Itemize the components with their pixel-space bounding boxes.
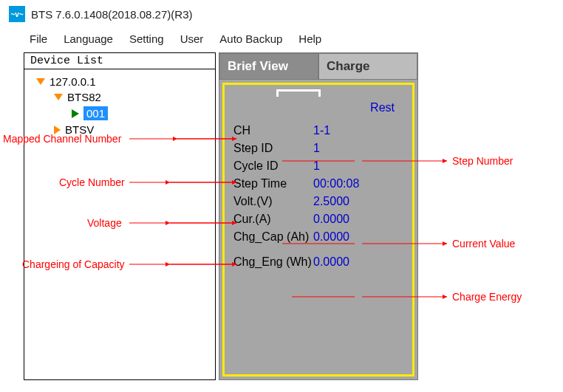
label-voltage: Volt.(V) xyxy=(233,195,313,208)
expand-icon xyxy=(54,94,63,100)
value-ch: 1-1 xyxy=(313,124,330,137)
expand-icon xyxy=(36,78,45,85)
row-step-time: Step Time 00:00:08 xyxy=(229,175,408,193)
menu-auto-backup[interactable]: Auto Backup xyxy=(219,32,282,45)
menu-file[interactable]: File xyxy=(30,32,47,45)
row-step-id: Step ID 1 xyxy=(229,140,408,157)
label-step-time: Step Time xyxy=(233,177,313,190)
value-cycle-id: 1 xyxy=(313,159,320,173)
play-icon xyxy=(72,109,79,118)
detail-panel: Brief View Charge Rest CH 1-1 Step ID 1 … xyxy=(219,52,418,380)
tab-charge[interactable]: Charge xyxy=(318,53,417,80)
value-step-time: 00:00:08 xyxy=(313,177,359,190)
label-current: Cur.(A) xyxy=(233,213,313,226)
value-voltage: 2.5000 xyxy=(313,195,349,208)
value-chg-eng: 0.0000 xyxy=(313,255,349,269)
tree-node-channel[interactable]: 001 xyxy=(27,105,212,122)
collapse-icon xyxy=(54,125,61,134)
tree-label: BTS82 xyxy=(67,91,101,103)
status-text: Rest xyxy=(229,98,408,122)
tree-label: BTSV xyxy=(65,123,94,136)
row-ch: CH 1-1 xyxy=(229,122,408,140)
device-tree-header: Device List xyxy=(24,53,215,69)
label-chg-cap: Chg_Cap (Ah) xyxy=(233,230,313,244)
tree-label-selected: 001 xyxy=(83,106,108,120)
menu-setting[interactable]: Setting xyxy=(129,32,164,45)
menu-bar: File Language Setting User Auto Backup H… xyxy=(0,28,563,52)
device-tree-panel: Device List 127.0.0.1 BTS82 001 BTSV xyxy=(24,52,216,380)
label-cycle-id: Cycle ID xyxy=(233,159,313,173)
tab-brief-view[interactable]: Brief View xyxy=(219,53,318,80)
value-step-id: 1 xyxy=(313,142,320,155)
row-chg-cap: Chg_Cap (Ah) 0.0000 xyxy=(229,228,408,246)
row-current: Cur.(A) 0.0000 xyxy=(229,210,408,228)
tab-strip: Brief View Charge xyxy=(219,53,417,80)
row-voltage: Volt.(V) 2.5000 xyxy=(229,193,408,210)
tree-node-root[interactable]: 127.0.0.1 xyxy=(27,74,212,89)
title-bar: ~v~ BTS 7.6.0.1408(2018.08.27)(R3) xyxy=(0,0,563,28)
brief-view-container: Rest CH 1-1 Step ID 1 Cycle ID 1 Step Ti… xyxy=(222,83,414,376)
label-step-id: Step ID xyxy=(233,142,313,155)
tree-label: 127.0.0.1 xyxy=(50,75,96,88)
tree-node-bts82[interactable]: BTS82 xyxy=(27,89,212,105)
menu-user[interactable]: User xyxy=(180,32,204,45)
row-chg-eng: Chg_Eng (Wh) 0.0000 xyxy=(229,253,408,271)
tree-node-btsv[interactable]: BTSV xyxy=(27,122,212,137)
brief-inner-tab xyxy=(229,89,408,98)
app-icon: ~v~ xyxy=(9,6,25,22)
label-ch: CH xyxy=(233,124,313,137)
row-cycle-id: Cycle ID 1 xyxy=(229,157,408,175)
value-current: 0.0000 xyxy=(313,213,349,226)
label-chg-eng: Chg_Eng (Wh) xyxy=(233,255,313,269)
value-chg-cap: 0.0000 xyxy=(313,230,349,244)
menu-help[interactable]: Help xyxy=(298,32,321,45)
window-title: BTS 7.6.0.1408(2018.08.27)(R3) xyxy=(31,8,192,21)
menu-language[interactable]: Language xyxy=(64,32,113,45)
